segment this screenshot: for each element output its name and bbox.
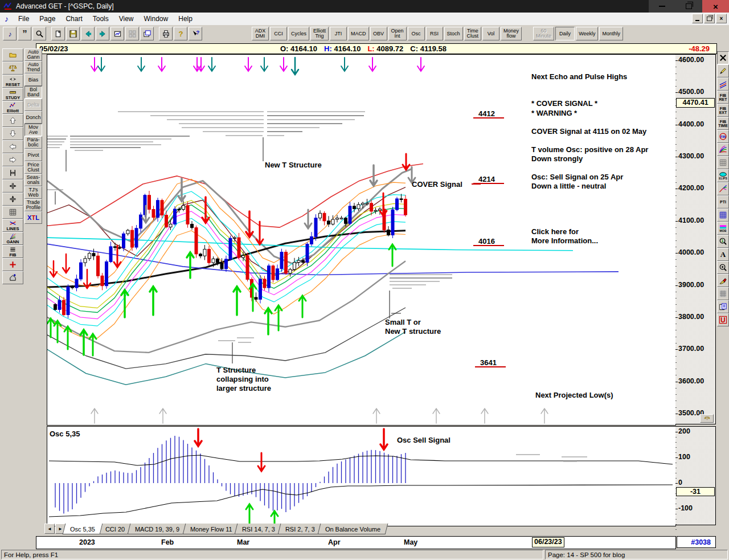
ellipse-button[interactable]: ELIPS [717, 169, 729, 182]
tab-on-balance-volume[interactable]: On Balance Volume [318, 524, 388, 534]
scroll-up-button[interactable] [2, 114, 23, 127]
menu-tools[interactable]: Tools [88, 14, 114, 24]
indicator-macd[interactable]: MACD [348, 27, 369, 40]
help-button[interactable]: ? [174, 27, 187, 40]
tab-scroll-left[interactable]: ◄ [44, 524, 55, 534]
save-button[interactable] [66, 27, 80, 40]
study-tj-s-web[interactable]: TJ'sWeb [24, 186, 42, 199]
find-button[interactable] [32, 27, 46, 40]
study-donch[interactable]: Donch [24, 111, 42, 124]
main-chart[interactable] [47, 54, 676, 426]
study-price-clust[interactable]: PriceClust [24, 161, 42, 174]
horizontal-scale-button[interactable] [2, 179, 23, 193]
menu-window[interactable]: Window [139, 14, 174, 24]
elliott-button[interactable]: Elliott [2, 101, 23, 114]
cascade-button[interactable] [140, 27, 154, 40]
study-bol-band[interactable]: BolBand [24, 86, 42, 99]
fan-lines-button[interactable] [717, 143, 729, 156]
tab-rsi-2-7-3[interactable]: RSI 2, 7, 3 [278, 524, 323, 534]
magnet-button[interactable]: U [717, 313, 729, 326]
tab-rsi-14-7-3[interactable]: RSI 14, 7, 3 [235, 524, 283, 534]
indicator-cci[interactable]: CCI [270, 27, 287, 40]
fib-retracement-button[interactable]: FIBRET [717, 91, 729, 104]
snapshot-button[interactable]: 1 [717, 235, 729, 248]
study-bias[interactable]: Bias [24, 73, 42, 86]
fib-time-button[interactable]: FIBTIME [717, 117, 729, 130]
indicator-stoch[interactable]: Stoch [444, 27, 463, 40]
grid-button[interactable] [2, 206, 23, 219]
mdi-minimize-button[interactable] [692, 14, 703, 23]
oscillator-panel[interactable]: Osc 5,35 [47, 426, 676, 526]
delete-drawing-button[interactable] [717, 51, 729, 64]
scroll-down-button[interactable] [2, 127, 23, 140]
fib-circle-button[interactable]: FIB [717, 130, 729, 143]
get-tool-button[interactable]: ♪ [3, 27, 17, 40]
indicator-cycles[interactable]: Cycles [288, 27, 309, 40]
indicator-obv[interactable]: OBV [370, 27, 387, 40]
mdi-close-button[interactable]: × [716, 14, 727, 23]
scroll-right-button[interactable] [2, 153, 23, 166]
fib-button[interactable]: FIB [2, 245, 23, 258]
blue-grid-button[interactable] [717, 209, 729, 222]
study-button[interactable]: STUDY [2, 88, 23, 101]
print-button[interactable] [159, 27, 173, 40]
mdi-restore-button[interactable] [704, 14, 715, 23]
mob-button[interactable]: MOB [717, 222, 729, 235]
reset-button[interactable]: RESET [2, 75, 23, 88]
chart-window-button[interactable] [110, 27, 124, 40]
tab-osc-5-35[interactable]: Osc 5,35 [63, 524, 103, 534]
next-page-button[interactable] [96, 27, 109, 40]
gann-grid-button[interactable] [717, 156, 729, 169]
menu-file[interactable]: File [13, 14, 34, 24]
menu-view[interactable]: View [114, 14, 139, 24]
scales-button[interactable] [2, 62, 23, 75]
pattern-button[interactable] [717, 287, 729, 300]
study-auto-gann[interactable]: AutoGann [24, 48, 42, 61]
pages-button[interactable] [717, 300, 729, 313]
timeframe-60-minute[interactable]: 60Minute [533, 27, 554, 40]
study-mov-ave[interactable]: MovAve [24, 124, 42, 136]
study-trade-profile[interactable]: TradeProfile [24, 199, 42, 211]
indicator-time-clust[interactable]: TimeClust [464, 27, 482, 40]
pitchfork-button[interactable] [717, 182, 729, 195]
close-button[interactable]: × [702, 0, 729, 13]
trendline-button[interactable] [717, 77, 729, 91]
marker-button[interactable] [717, 274, 729, 287]
tab-macd-19-39-9[interactable]: MACD 19, 39, 9 [128, 524, 187, 534]
study-auto-trend[interactable]: AutoTrend [24, 61, 42, 73]
gann-button[interactable]: GANN [2, 232, 23, 245]
study-pivot[interactable]: Pivot [24, 149, 42, 161]
compress-bars-button[interactable] [2, 166, 23, 179]
axis-scales-icon[interactable] [700, 414, 714, 423]
price-axis[interactable]: 4600.004500.004400.004300.004200.004100.… [675, 54, 716, 424]
vertical-scale-button[interactable] [2, 193, 23, 206]
indicator-elliott-trig[interactable]: ElliottTrig [310, 27, 329, 40]
indicator-adx-dmi[interactable]: ADXDMI [252, 27, 269, 40]
study-xtl[interactable]: XTL [24, 211, 42, 224]
zoom-in-button[interactable] [717, 261, 729, 274]
crosshair-button[interactable] [2, 258, 23, 271]
fib-extension-button[interactable]: FIBEXT [717, 104, 729, 117]
restore-button[interactable] [675, 0, 702, 13]
open-chart-button[interactable] [2, 48, 23, 62]
lines-button[interactable]: LINES [2, 219, 23, 232]
context-help-button[interactable]: ? [189, 27, 202, 40]
minimize-button[interactable] [649, 0, 675, 13]
tile-button[interactable] [125, 27, 139, 40]
timeframe-daily[interactable]: Daily [555, 27, 575, 40]
previous-page-button[interactable] [81, 27, 95, 40]
indicator-osc[interactable]: Osc [408, 27, 425, 40]
quotes-button[interactable]: ” [18, 27, 31, 40]
pencil-button[interactable] [717, 64, 729, 77]
home-settings-button[interactable] [2, 271, 23, 284]
date-axis[interactable]: 2023FebMarAprMay06/23/23 [36, 536, 676, 549]
timeframe-weekly[interactable]: Weekly [576, 27, 598, 40]
indicator-jti[interactable]: JTI [330, 27, 347, 40]
text-tool-button[interactable]: A [717, 248, 729, 261]
study-para-bolic[interactable]: Para-bolic [24, 136, 42, 149]
study-seas-onals[interactable]: Seas-onals [24, 174, 42, 186]
indicator-rsi[interactable]: RSI [426, 27, 443, 40]
indicator-vol[interactable]: Vol [482, 27, 499, 40]
study-delta[interactable]: Delta [24, 99, 42, 111]
menu-help[interactable]: Help [173, 14, 198, 24]
